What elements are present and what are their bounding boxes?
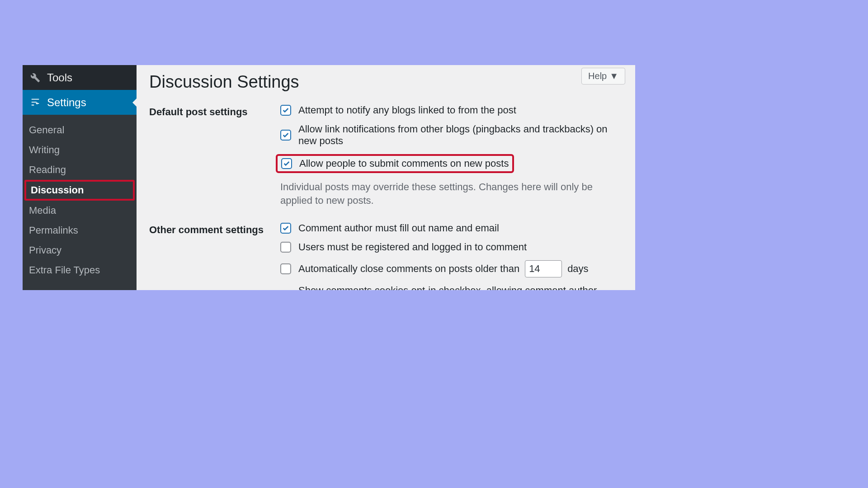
sidebar-item-label: Settings (47, 96, 86, 109)
option-label-post: days (567, 263, 588, 275)
option-label: Allow people to submit comments on new p… (299, 158, 509, 169)
section-default-post: Default post settings Attempt to notify … (149, 104, 623, 207)
checkbox[interactable] (280, 223, 291, 234)
settings-content: Help ▼ Discussion Settings Default post … (137, 65, 635, 290)
sidebar-sub-media[interactable]: Media (23, 201, 137, 221)
option-label: Users must be registered and logged in t… (298, 241, 527, 253)
page-title: Discussion Settings (149, 72, 623, 92)
section-fields: Attempt to notify any blogs linked to fr… (280, 104, 623, 207)
sidebar-sub-writing[interactable]: Writing (23, 140, 137, 160)
wp-admin-window: Tools Settings General Writing Reading D… (23, 65, 635, 290)
sidebar-sub-general[interactable]: General (23, 120, 137, 140)
checkbox[interactable] (280, 242, 291, 253)
wrench-icon (29, 73, 42, 83)
chevron-down-icon: ▼ (609, 71, 618, 81)
sidebar-submenu: General Writing Reading Discussion Media… (23, 115, 137, 290)
option-cookies-optin[interactable]: Show comments cookies opt-in checkbox, a… (280, 285, 623, 290)
option-require-name-email[interactable]: Comment author must fill out name and em… (280, 222, 623, 234)
days-input[interactable] (525, 260, 562, 277)
sliders-icon (29, 98, 42, 108)
sidebar-sub-discussion[interactable]: Discussion (24, 180, 135, 201)
checkbox[interactable] (280, 263, 291, 274)
section-heading: Default post settings (149, 104, 280, 118)
option-allow-pingbacks[interactable]: Allow link notifications from other blog… (280, 123, 623, 147)
section-heading: Other comment settings (149, 222, 280, 236)
sidebar-item-label: Tools (47, 71, 72, 84)
help-label: Help (588, 71, 607, 81)
sidebar-item-tools[interactable]: Tools (23, 65, 137, 90)
option-label: Comment author must fill out name and em… (298, 222, 499, 234)
sidebar-sub-permalinks[interactable]: Permalinks (23, 221, 137, 240)
help-button[interactable]: Help ▼ (581, 68, 625, 84)
option-label: Allow link notifications from other blog… (298, 123, 623, 147)
option-label-group: Automatically close comments on posts ol… (298, 260, 589, 277)
option-notify-linked-blogs[interactable]: Attempt to notify any blogs linked to fr… (280, 104, 623, 116)
section-fields: Comment author must fill out name and em… (280, 222, 623, 290)
option-label: Attempt to notify any blogs linked to fr… (298, 104, 516, 116)
option-auto-close: Automatically close comments on posts ol… (280, 260, 623, 277)
checkbox[interactable] (280, 130, 291, 141)
sidebar-sub-extra-file-types[interactable]: Extra File Types (23, 260, 137, 280)
sidebar-sub-reading[interactable]: Reading (23, 160, 137, 180)
checkbox[interactable] (280, 105, 291, 116)
option-allow-comments[interactable]: Allow people to submit comments on new p… (276, 154, 514, 173)
option-label-pre: Automatically close comments on posts ol… (298, 263, 519, 275)
section-other-comment: Other comment settings Comment author mu… (149, 222, 623, 290)
option-label: Show comments cookies opt-in checkbox, a… (298, 285, 623, 290)
section-note: Individual posts may override these sett… (280, 180, 623, 207)
sidebar-item-settings[interactable]: Settings (23, 90, 137, 115)
checkbox[interactable] (281, 158, 292, 169)
option-require-login[interactable]: Users must be registered and logged in t… (280, 241, 623, 253)
admin-sidebar: Tools Settings General Writing Reading D… (23, 65, 137, 290)
sidebar-sub-privacy[interactable]: Privacy (23, 240, 137, 260)
